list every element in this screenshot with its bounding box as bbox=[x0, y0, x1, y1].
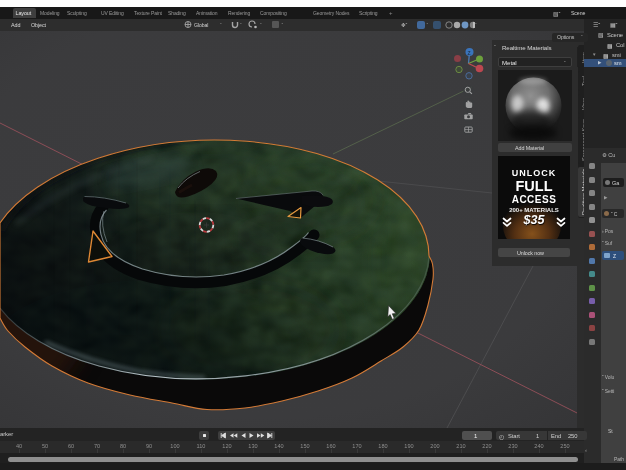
svg-text:ˇ: ˇ bbox=[282, 22, 284, 28]
svg-text:ˇ: ˇ bbox=[260, 22, 262, 28]
svg-text:ˇ: ˇ bbox=[240, 22, 242, 28]
svg-text:ˇ: ˇ bbox=[220, 22, 222, 28]
svg-text:Z: Z bbox=[468, 50, 471, 56]
